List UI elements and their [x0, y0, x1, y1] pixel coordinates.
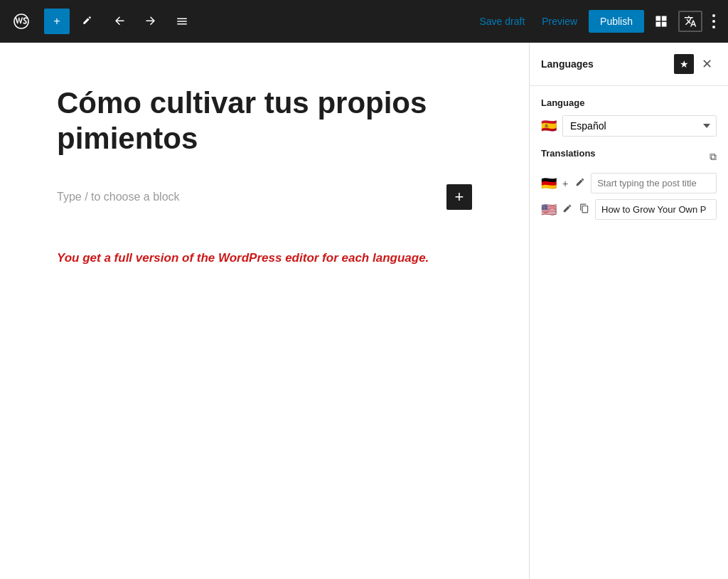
panel-header-icons: ★ ✕ — [674, 54, 717, 74]
star-button[interactable]: ★ — [674, 54, 694, 74]
de-add-button[interactable]: + — [561, 176, 569, 191]
preview-button[interactable]: Preview — [536, 11, 583, 31]
en-copy-button[interactable] — [578, 202, 591, 217]
editor-area[interactable]: Cómo cultivar tus propios pimientos Type… — [0, 43, 529, 579]
edit-toolbar-button[interactable] — [75, 9, 101, 34]
languages-panel: Languages ★ ✕ Language 🇪🇸 Español Englis… — [529, 43, 728, 579]
translation-row-de: 🇩🇪 + — [541, 173, 717, 193]
add-block-button[interactable]: + — [446, 184, 472, 210]
translate-button[interactable] — [678, 11, 702, 32]
undo-button[interactable] — [107, 9, 132, 34]
translation-row-en: 🇺🇸 — [541, 199, 717, 220]
save-draft-button[interactable]: Save draft — [473, 11, 530, 31]
spanish-flag-icon: 🇪🇸 — [541, 118, 557, 134]
close-panel-button[interactable]: ✕ — [697, 54, 717, 74]
top-toolbar: + Save draft Preview Publish — [0, 0, 728, 43]
view-toggle-button[interactable] — [650, 10, 673, 33]
toolbar-right-actions: Save draft Preview Publish — [473, 10, 719, 33]
us-flag-icon: 🇺🇸 — [541, 202, 557, 218]
post-title[interactable]: Cómo cultivar tus propios pimientos — [57, 85, 472, 157]
translations-header: Translations ⧉ — [541, 148, 717, 166]
language-select[interactable]: Español English Deutsch Français — [562, 115, 717, 137]
wp-logo[interactable] — [9, 9, 34, 34]
block-placeholder-text[interactable]: Type / to choose a block — [57, 191, 180, 203]
svg-point-2 — [712, 26, 715, 28]
language-row: 🇪🇸 Español English Deutsch Français — [541, 115, 717, 137]
copy-icon[interactable]: ⧉ — [710, 151, 717, 163]
block-placeholder-row: Type / to choose a block + — [57, 179, 472, 216]
add-block-toolbar-button[interactable]: + — [44, 9, 70, 34]
panel-title: Languages — [541, 58, 594, 70]
de-translation-input[interactable] — [591, 173, 717, 193]
svg-point-1 — [712, 20, 715, 23]
list-view-button[interactable] — [169, 9, 195, 34]
main-layout: Cómo cultivar tus propios pimientos Type… — [0, 43, 728, 579]
en-translation-input[interactable] — [595, 199, 717, 220]
more-options-button[interactable] — [708, 10, 719, 33]
de-edit-button[interactable] — [574, 176, 587, 191]
highlight-message: You get a full version of the WordPress … — [57, 251, 472, 265]
german-flag-icon: 🇩🇪 — [541, 176, 557, 191]
redo-button[interactable] — [138, 9, 164, 34]
publish-button[interactable]: Publish — [589, 10, 644, 33]
language-section-label: Language — [541, 97, 717, 108]
svg-point-0 — [712, 14, 715, 17]
panel-body: Language 🇪🇸 Español English Deutsch Fran… — [530, 86, 728, 579]
translations-section-label: Translations — [541, 148, 596, 159]
panel-header: Languages ★ ✕ — [530, 43, 728, 86]
en-edit-button[interactable] — [561, 202, 574, 217]
